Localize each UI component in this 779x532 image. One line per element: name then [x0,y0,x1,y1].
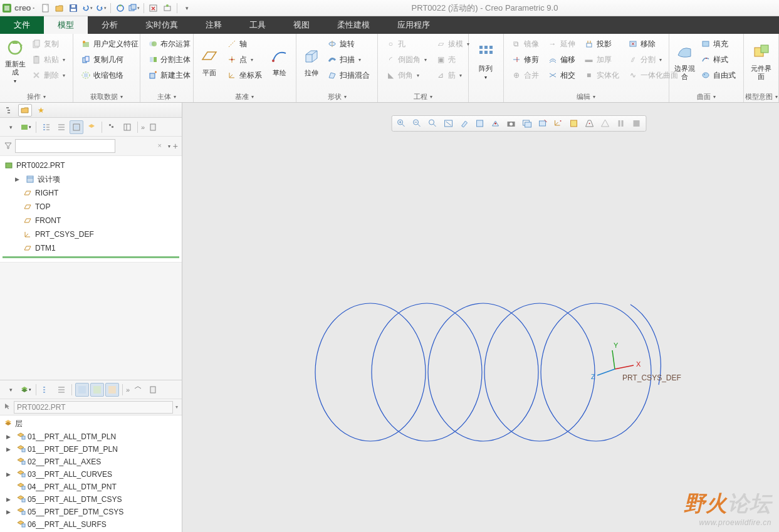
group-operations-title[interactable]: 操作 [0,91,73,102]
group-edit-title[interactable]: 编辑 [504,91,669,102]
layers-show3-icon[interactable] [105,383,119,397]
layer-item[interactable]: ▶01__PRT_ALL_DTM_PLN [0,430,182,443]
fill-button[interactable]: 填充 [697,36,740,51]
freestyle-button[interactable]: 自由式 [697,68,740,83]
qat-overflow-icon[interactable]: ▾ [180,2,193,14]
open-file-icon[interactable] [53,2,66,14]
tree-tab-icon[interactable] [3,104,16,117]
regen-icon[interactable] [114,2,127,14]
layers-filter-icon[interactable]: ▾ [4,383,18,397]
insert-indicator[interactable] [3,256,179,258]
layer-item[interactable]: 02__PRT_ALL_AXES [0,456,182,468]
group-getdata-title[interactable]: 获取数据 [73,91,139,102]
layer-item[interactable]: ▶05__PRT_DEF_DTM_CSYS [0,506,182,518]
new-body-button[interactable]: 新建主体 [144,68,194,83]
tree-design-items[interactable]: ▶ 设计项 [0,172,182,186]
layers-root[interactable]: 层 [0,417,182,430]
layer-item[interactable]: 04__PRT_ALL_DTM_PNT [0,481,182,493]
tree-item[interactable]: RIGHT [0,186,182,200]
show-icon[interactable] [70,120,83,134]
layers-model-dropdown[interactable]: ▾ [175,404,178,410]
graphics-area[interactable]: X Y Z PRT_CSYS_DEF 野火论坛 www.proewildfire… [182,103,779,532]
redo-icon[interactable]: ▾ [95,2,107,14]
collapse-icon[interactable] [55,120,68,134]
sweep-button[interactable]: 扫描 [323,52,374,67]
copy-geom-button[interactable]: 复制几何 [77,52,142,67]
layer-item[interactable]: ▶01__PRT_DEF_DTM_PLN [0,443,182,456]
component-interface-button[interactable]: 元件界面 [748,36,775,86]
favorites-tab-icon[interactable]: ★ [34,104,48,117]
layers-model-icon[interactable]: ▾ [19,383,33,397]
revolve-button[interactable]: 旋转 [323,36,374,51]
add-filter-icon[interactable]: + [173,141,178,151]
settings-icon[interactable] [161,2,174,14]
expand-icon[interactable] [39,120,53,134]
pattern-button[interactable]: 阵列▾ [473,36,499,86]
tree-settings-icon[interactable] [105,120,119,134]
group-surface-title[interactable]: 曲面 [669,91,743,102]
layer-item[interactable]: ▶03__PRT_ALL_CURVES [0,468,182,481]
udf-button[interactable]: 用户定义特征 [77,36,142,51]
layers-collapse-icon[interactable] [55,383,68,397]
close-window-icon[interactable] [147,2,160,14]
tab-flexible[interactable]: 柔性建模 [323,16,384,34]
tree-root[interactable]: PRT0022.PRT [0,159,182,172]
layers-show1-icon[interactable] [75,383,89,397]
intersect-button[interactable]: 相交 [544,68,579,83]
trim-button[interactable]: 修剪 [508,52,543,67]
filter-icon[interactable] [4,141,13,152]
tab-tools[interactable]: 工具 [236,16,280,34]
style-button[interactable]: 样式 [697,52,740,67]
folder-tab-icon[interactable] [18,104,32,117]
clear-filter-icon[interactable]: × [157,142,161,149]
svg-line-30 [229,41,235,47]
tree-clipboard-icon[interactable] [146,120,160,134]
tree-item[interactable]: PRT_CSYS_DEF [0,227,182,241]
group-shape-title[interactable]: 形状 [296,91,377,102]
new-file-icon[interactable] [39,2,52,14]
boolean-button[interactable]: 布尔运算 [144,36,194,51]
layers-icon[interactable] [85,120,98,134]
axis-button[interactable]: 轴 [223,36,266,51]
filter-dropdown[interactable]: ▾ [168,143,170,149]
layer-item[interactable]: ▶05__PRT_ALL_DTM_CSYS [0,493,182,506]
tab-view[interactable]: 视图 [280,16,323,34]
regenerate-button[interactable]: 重新生成▾ [4,36,26,86]
group-body-title[interactable]: 主体 [140,91,193,102]
sketch-button[interactable]: 草绘 [267,36,292,86]
tab-applications[interactable]: 应用程序 [384,16,444,34]
split-body-button[interactable]: 分割主体 [144,52,194,67]
layers-show2-icon[interactable] [90,383,104,397]
tree-filter-input[interactable] [15,139,115,153]
undo-icon[interactable]: ▾ [81,2,93,14]
group-engineering-title[interactable]: 工程 [378,91,468,102]
csys-button[interactable]: 坐标系 [223,68,266,83]
offset-button[interactable]: 偏移 [544,52,579,67]
tree-item[interactable]: FRONT [0,214,182,227]
point-button[interactable]: 点 [223,52,266,67]
sweep-blend-button[interactable]: 扫描混合 [323,68,374,83]
filter-dropdown-icon[interactable]: ▾ [4,120,18,134]
model-tree-icon[interactable]: ▾ [19,120,33,134]
tab-model[interactable]: 模型 [44,16,88,34]
tree-columns-icon[interactable] [120,120,134,134]
project-button[interactable]: 投影 [580,36,623,51]
tab-annotation[interactable]: 注释 [192,16,236,34]
extrude-button[interactable]: 拉伸 [300,36,322,86]
group-datum-title[interactable]: 基准 [194,91,296,102]
tab-analysis[interactable]: 分析 [88,16,132,34]
tab-file[interactable]: 文件 [0,16,44,34]
tab-simulation[interactable]: 实时仿真 [132,16,192,34]
shrinkwrap-button[interactable]: 收缩包络 [77,68,142,83]
layers-settings-icon[interactable] [131,383,145,397]
group-intent-title[interactable]: 模型意图 [744,91,778,102]
layers-expand-icon[interactable] [39,383,53,397]
windows-icon[interactable]: ▾ [128,2,140,14]
tree-item[interactable]: TOP [0,200,182,214]
layer-item[interactable]: 06__PRT_ALL_SURFS [0,518,182,531]
boundary-blend-button[interactable]: 边界混合 [673,36,696,86]
plane-button[interactable]: 平面 [197,36,222,86]
layers-clipboard-icon[interactable] [146,383,160,397]
tree-item[interactable]: DTM1 [0,241,182,255]
save-icon[interactable] [67,2,80,14]
